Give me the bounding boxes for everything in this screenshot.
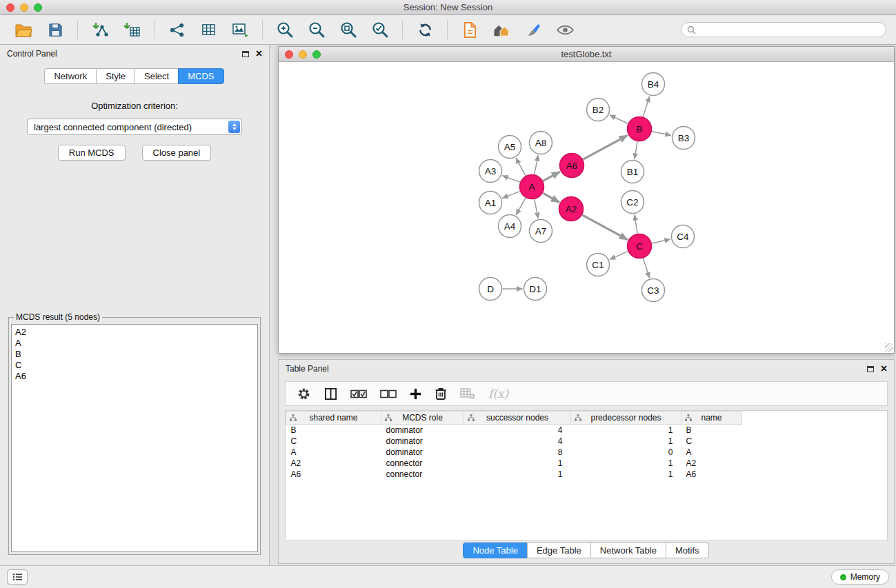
table-row[interactable]: Cdominator41C (286, 436, 888, 447)
graph-node-A8[interactable]: A8 (530, 132, 552, 154)
graph-node-A6[interactable]: A6 (560, 154, 584, 178)
graph-edge-A-A1[interactable] (502, 192, 519, 199)
import-network-button[interactable] (86, 18, 114, 41)
home-button[interactable] (488, 18, 515, 41)
column-header[interactable]: MCDS role (381, 412, 464, 425)
zoom-window-button[interactable] (34, 3, 42, 12)
zoom-selected-button[interactable] (366, 18, 394, 41)
network-graph[interactable]: B4B2BB3A5A8A6B1A3AC2A1A2A4A7C4CC1C3DD1 (279, 62, 894, 352)
new-table-button[interactable] (195, 18, 222, 41)
table-row[interactable]: A2connector11A2 (286, 458, 888, 469)
network-close-button[interactable] (285, 50, 293, 59)
close-panel-button[interactable]: Close panel (142, 145, 212, 161)
close-window-button[interactable] (6, 3, 14, 12)
column-header[interactable]: name (681, 412, 742, 425)
graph-node-A[interactable]: A (520, 175, 544, 199)
toolbar-search[interactable] (681, 22, 886, 37)
add-column-button[interactable] (410, 382, 421, 405)
graph-node-B2[interactable]: B2 (587, 99, 610, 121)
graph-edge-C-C3[interactable] (644, 258, 650, 278)
close-table-panel-icon[interactable]: × (881, 365, 887, 373)
graph-node-B4[interactable]: B4 (642, 73, 665, 96)
graph-node-C1[interactable]: C1 (587, 254, 610, 276)
table-settings-button[interactable] (297, 382, 311, 405)
optimization-criterion-select[interactable]: largest connected component (directed) (27, 119, 242, 135)
deselect-all-button[interactable] (380, 382, 397, 405)
graph-node-C2[interactable]: C2 (621, 191, 644, 214)
graph-edge-C-C4[interactable] (652, 239, 670, 243)
graph-edge-A6-B[interactable] (583, 135, 628, 159)
table-row[interactable]: Bdominator41B (286, 425, 888, 436)
show-hide-button[interactable] (551, 18, 579, 41)
import-table-button[interactable] (118, 18, 146, 41)
select-all-button[interactable] (350, 382, 367, 405)
network-canvas[interactable]: B4B2BB3A5A8A6B1A3AC2A1A2A4A7C4CC1C3DD1 (279, 62, 894, 352)
mcds-result-item[interactable]: B (15, 349, 254, 360)
graph-edge-A2-C[interactable] (582, 215, 628, 240)
network-minimize-button[interactable] (299, 50, 307, 59)
graph-edge-A-A6[interactable] (543, 172, 560, 181)
graph-edge-B-B1[interactable] (635, 141, 637, 159)
tab-network[interactable]: Network (44, 68, 97, 84)
graph-node-B1[interactable]: B1 (621, 161, 644, 183)
tab-motifs[interactable]: Motifs (666, 543, 709, 558)
save-session-button[interactable] (41, 18, 69, 41)
graph-node-A3[interactable]: A3 (479, 160, 502, 183)
column-header[interactable]: predecessor nodes (571, 412, 681, 425)
graph-node-C3[interactable]: C3 (642, 279, 665, 302)
function-builder-button[interactable]: f(x) (488, 387, 508, 401)
graph-edge-A-A8[interactable] (535, 155, 539, 174)
tab-edge-table[interactable]: Edge Table (527, 543, 591, 558)
mcds-result-item[interactable]: C (15, 360, 254, 371)
export-image-button[interactable] (226, 18, 254, 41)
mcds-result-list[interactable]: A2ABCA6 (11, 324, 258, 552)
graph-edge-A-A4[interactable] (516, 198, 526, 215)
graph-node-A4[interactable]: A4 (499, 215, 521, 238)
tab-select[interactable]: Select (135, 68, 179, 84)
resize-grip[interactable] (885, 343, 893, 352)
graph-node-B3[interactable]: B3 (673, 127, 695, 150)
float-table-panel-icon[interactable] (867, 366, 874, 372)
task-history-button[interactable] (7, 569, 28, 585)
graph-edge-A-A3[interactable] (502, 176, 519, 183)
memory-button[interactable]: Memory (831, 569, 889, 585)
zoom-fit-button[interactable] (335, 18, 362, 41)
graph-node-D1[interactable]: D1 (524, 278, 547, 301)
table-row[interactable]: A6connector11A6 (286, 469, 888, 480)
graph-node-A2[interactable]: A2 (559, 197, 584, 221)
table-row[interactable]: Adominator80A (286, 447, 888, 458)
tab-node-table[interactable]: Node Table (463, 543, 528, 558)
graph-edge-B-B4[interactable] (643, 97, 649, 117)
mcds-result-item[interactable]: A (15, 338, 254, 349)
graph-edge-B-B2[interactable] (610, 115, 628, 123)
run-mcds-button[interactable]: Run MCDS (58, 145, 126, 161)
graph-edge-C-C2[interactable] (635, 214, 637, 233)
graph-edge-A-A2[interactable] (543, 193, 559, 202)
search-input[interactable] (700, 25, 880, 34)
minimize-window-button[interactable] (20, 3, 28, 12)
delete-column-button[interactable] (435, 382, 447, 405)
open-document-button[interactable] (456, 18, 484, 41)
tab-mcds[interactable]: MCDS (178, 68, 223, 84)
graph-node-A1[interactable]: A1 (479, 192, 502, 214)
new-network-button[interactable] (163, 18, 190, 41)
graph-node-A7[interactable]: A7 (530, 220, 552, 243)
graph-edge-B-B3[interactable] (652, 132, 671, 136)
apply-layout-button[interactable] (411, 18, 439, 41)
graph-edge-A-A5[interactable] (516, 158, 526, 176)
tab-style[interactable]: Style (96, 68, 135, 84)
tab-network-table[interactable]: Network Table (590, 543, 666, 558)
style-brush-button[interactable] (519, 18, 547, 41)
column-header[interactable]: shared name (286, 412, 381, 425)
show-columns-button[interactable] (324, 382, 337, 405)
open-session-button[interactable] (10, 18, 37, 41)
zoom-in-button[interactable] (271, 18, 299, 41)
network-zoom-button[interactable] (312, 50, 321, 59)
zoom-out-button[interactable] (303, 18, 330, 41)
graph-node-D[interactable]: D (479, 278, 502, 301)
mcds-result-item[interactable]: A2 (15, 327, 254, 338)
delete-table-button[interactable] (460, 382, 475, 405)
float-panel-icon[interactable] (242, 51, 249, 57)
graph-node-C4[interactable]: C4 (672, 225, 695, 248)
graph-node-C[interactable]: C (628, 234, 652, 258)
